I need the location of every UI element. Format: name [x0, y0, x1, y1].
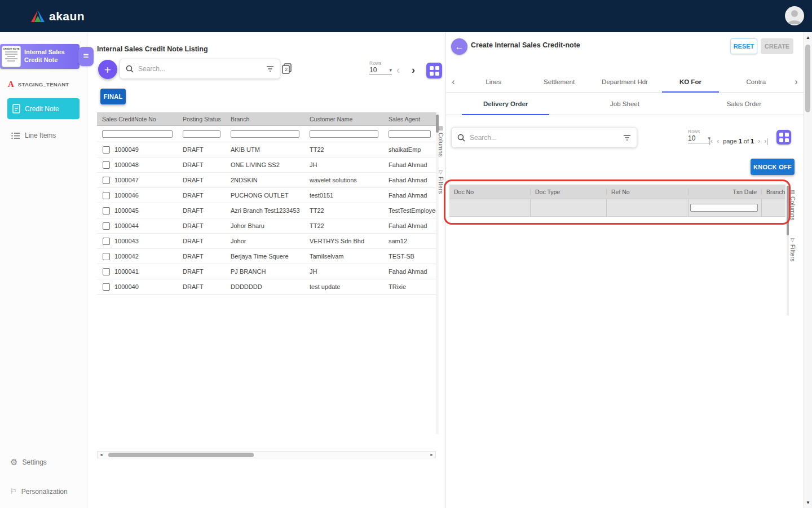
- next-page-button[interactable]: ›: [412, 65, 415, 75]
- row-checkbox[interactable]: [103, 192, 110, 199]
- sidebar-app-item[interactable]: CREDIT NOTE Internal Sales Credit Note: [0, 44, 80, 69]
- filters-side-tab[interactable]: ▽ Filters: [789, 237, 796, 262]
- first-page-button[interactable]: |‹: [709, 137, 713, 145]
- reset-button[interactable]: RESET: [730, 38, 757, 54]
- add-button[interactable]: +: [98, 60, 117, 79]
- table-row[interactable]: 1000046 DRAFT PUCHONG OUTLET test0151 Fa…: [97, 188, 436, 203]
- duplicate-page-icon[interactable]: 2: [282, 63, 292, 74]
- table-row[interactable]: 1000048 DRAFT ONE LIVING SS2 JH Fahad Ah…: [97, 157, 436, 173]
- table-scrollbar-vertical[interactable]: [787, 186, 789, 316]
- tab-settlement[interactable]: Settlement: [526, 72, 592, 92]
- filter-input[interactable]: [231, 130, 299, 138]
- row-checkbox[interactable]: [103, 207, 110, 214]
- last-page-button[interactable]: ›|: [764, 137, 768, 145]
- row-checkbox[interactable]: [103, 161, 110, 169]
- tabs-scroll-right[interactable]: ›: [789, 72, 804, 92]
- knockoff-search-input[interactable]: [470, 134, 619, 142]
- grid-view-button[interactable]: [426, 63, 442, 78]
- row-checkbox[interactable]: [103, 146, 110, 154]
- column-header[interactable]: Txn Date: [688, 189, 761, 195]
- window-scrollbar[interactable]: ▲ ▼: [804, 32, 812, 508]
- table-row[interactable]: 1000044 DRAFT Johor Bharu TT22 Fahad Ahm…: [97, 218, 436, 234]
- tenant-row[interactable]: A STAGING_TENANT: [8, 80, 69, 89]
- row-checkbox[interactable]: [103, 268, 110, 275]
- column-header[interactable]: Sales Agent: [383, 116, 436, 122]
- row-checkbox[interactable]: [103, 238, 110, 245]
- listing-search-input[interactable]: [138, 65, 262, 73]
- table-row[interactable]: 1000040 DRAFT DDDDDDD test update TRixie: [97, 279, 436, 295]
- table-row[interactable]: 1000043 DRAFT Johor VERTHYS Sdn Bhd sam1…: [97, 234, 436, 249]
- scrollbar-thumb[interactable]: [805, 45, 810, 112]
- subtab-job-sheet[interactable]: Job Sheet: [565, 93, 684, 115]
- table-row[interactable]: 1000049 DRAFT AKIB UTM TT22 shaikatEmp: [97, 142, 436, 157]
- knock-off-button[interactable]: KNOCK OFF: [751, 159, 795, 175]
- tabs-scroll-left[interactable]: ‹: [446, 72, 461, 92]
- scroll-up-arrow[interactable]: ▲: [804, 35, 812, 40]
- scrollbar-thumb[interactable]: [787, 186, 789, 235]
- grid-view-button[interactable]: [776, 130, 791, 144]
- prev-page-button[interactable]: ‹: [396, 65, 400, 75]
- sidebar-collapse-button[interactable]: ≡: [78, 47, 94, 66]
- table-scrollbar-horizontal[interactable]: ◄ ►: [97, 451, 436, 458]
- sidebar-item-personalization[interactable]: ⚐ Personalization: [10, 487, 68, 496]
- sidebar-item-settings[interactable]: ⚙ Settings: [10, 457, 47, 467]
- sidebar-app-label: Internal Sales Credit Note: [24, 49, 80, 64]
- filter-input[interactable]: [183, 130, 220, 138]
- txn-date-filter-input[interactable]: [690, 204, 758, 212]
- sidebar: CREDIT NOTE Internal Sales Credit Note ≡…: [0, 32, 87, 508]
- search-icon: [457, 134, 465, 142]
- tab-ko-for[interactable]: KO For: [657, 72, 723, 92]
- rows-select[interactable]: 10 ▾: [369, 66, 392, 75]
- row-checkbox[interactable]: [103, 253, 110, 260]
- row-checkbox[interactable]: [103, 177, 110, 184]
- filter-input[interactable]: [389, 130, 431, 138]
- plus-icon: +: [104, 63, 111, 76]
- back-button[interactable]: ←: [451, 38, 467, 55]
- scrollbar-thumb[interactable]: [108, 453, 254, 457]
- column-header[interactable]: Doc Type: [530, 189, 606, 195]
- rows-select[interactable]: 10 ▾: [688, 134, 710, 143]
- table-scrollbar-vertical[interactable]: [436, 112, 439, 434]
- column-header[interactable]: Posting Status: [178, 116, 226, 122]
- scroll-right-arrow[interactable]: ►: [428, 453, 435, 457]
- table-row[interactable]: 1000041 DRAFT PJ BRANCH JH Fahad Ahmad: [97, 264, 436, 279]
- filter-input[interactable]: [310, 130, 378, 138]
- user-avatar[interactable]: [785, 6, 804, 25]
- sidebar-item-credit-note[interactable]: Credit Note: [7, 98, 80, 119]
- column-header[interactable]: Sales CreditNote No: [97, 116, 178, 122]
- rows-label: Rows: [369, 60, 395, 66]
- current-page: 1: [739, 138, 742, 144]
- filters-side-tab[interactable]: ▽ Filters: [438, 169, 444, 194]
- row-checkbox[interactable]: [103, 283, 110, 291]
- next-page-button[interactable]: ›: [758, 137, 760, 145]
- akaun-logo[interactable]: akaun: [31, 10, 85, 23]
- prev-page-button[interactable]: ‹: [717, 137, 719, 145]
- columns-side-tab[interactable]: ▥ Columns: [438, 125, 444, 157]
- column-header[interactable]: Branch: [761, 189, 785, 195]
- column-header[interactable]: Branch: [226, 116, 304, 122]
- sidebar-item-line-items[interactable]: Line Items: [11, 132, 56, 139]
- subtab-delivery-order[interactable]: Delivery Order: [446, 93, 565, 115]
- filter-icon[interactable]: [623, 134, 631, 141]
- tab-lines[interactable]: Lines: [461, 72, 526, 92]
- column-header[interactable]: Customer Name: [304, 116, 383, 122]
- scroll-left-arrow[interactable]: ◄: [98, 453, 105, 457]
- tab-department-hdr[interactable]: Department Hdr: [592, 72, 657, 92]
- table-row[interactable]: 1000045 DRAFT Azri Branch Test1233453 TT…: [97, 203, 436, 218]
- scroll-down-arrow[interactable]: ▼: [804, 500, 812, 505]
- table-row[interactable]: 1000047 DRAFT 2NDSKIN wavelet solutions …: [97, 173, 436, 188]
- final-filter-button[interactable]: FINAL: [100, 89, 126, 104]
- table-row[interactable]: 1000042 DRAFT Berjaya Time Squere Tamils…: [97, 249, 436, 264]
- column-header[interactable]: Ref No: [606, 189, 688, 195]
- column-header[interactable]: Doc No: [449, 189, 530, 195]
- rows-per-page: Rows 10 ▾: [369, 60, 395, 75]
- tab-contra[interactable]: Contra: [723, 72, 789, 92]
- subtab-sales-order[interactable]: Sales Order: [685, 93, 804, 115]
- row-checkbox[interactable]: [103, 222, 110, 230]
- filter-input[interactable]: [102, 130, 173, 138]
- filter-icon[interactable]: [266, 65, 274, 72]
- create-button[interactable]: CREATE: [761, 38, 793, 54]
- credit-note-table: Sales CreditNote No Posting Status Branc…: [97, 112, 436, 295]
- app-window: akaun CREDIT NOTE Internal Sales Credit …: [0, 0, 812, 508]
- columns-side-tab[interactable]: ▥ Columns: [789, 189, 796, 221]
